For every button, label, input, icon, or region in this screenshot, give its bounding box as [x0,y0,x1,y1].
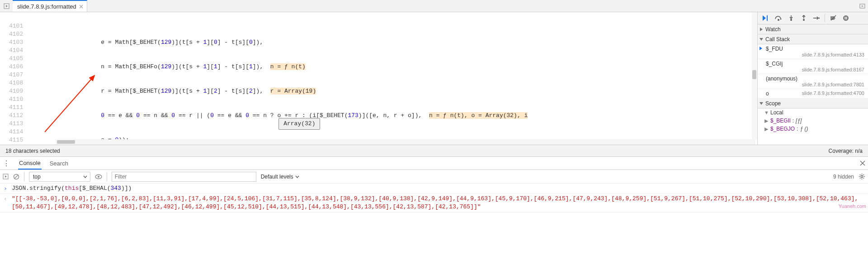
scope-header[interactable]: Scope [758,99,868,108]
callstack-body: $_FDU slide.7.8.9.js:formatted:4133 $_CG… [758,44,868,99]
inline-hint: n = ƒ n(t) [270,63,306,70]
step-into-icon[interactable] [786,13,797,24]
svg-point-12 [843,15,849,21]
deactivate-breakpoints-icon[interactable] [828,13,839,24]
code-editor[interactable]: 4101 4102 4103 4104 4105 4106 4107 4108 … [0,12,757,145]
step-over-icon[interactable] [773,13,784,24]
watch-title: Watch [765,26,781,33]
console-input-row[interactable]: › JSON.stringify(this[$_BEHAL(343)]) [0,184,868,194]
callstack-title: Call Stack [765,36,790,42]
show-navigator-icon[interactable] [0,3,13,9]
step-out-icon[interactable] [798,13,809,24]
levels-selector[interactable]: Default levels [261,174,299,180]
resume-icon[interactable] [760,13,771,24]
output-prompt-icon: ‹ [4,195,12,211]
svg-rect-3 [767,15,768,21]
console-body: › JSON.stringify(this[$_BEHAL(343)]) ‹ "… [0,184,868,212]
scrollbar-vertical[interactable] [752,12,757,139]
scrollbar-horizontal[interactable] [56,139,755,145]
file-tab[interactable]: slide.7.8.9.js:formatted [13,0,87,12]
svg-point-10 [819,18,820,19]
pause-exceptions-icon[interactable] [840,13,851,24]
scope-title: Scope [765,100,781,107]
tab-console[interactable]: Console [18,157,42,170]
play-icon [4,3,9,9]
svg-point-19 [98,176,99,178]
more-tabs-icon[interactable] [857,4,868,9]
callstack-item[interactable]: $_FDU slide.7.8.9.js:formatted:4133 [758,44,868,59]
watch-header[interactable]: Watch [758,24,868,34]
callstack-item[interactable]: (anonymous) slide.7.8.9.js:formatted:780… [758,74,868,89]
debugger-toolbar [758,12,868,24]
console-header: ⋮ Console Search [0,156,868,170]
svg-rect-14 [846,17,847,19]
console-toolbar: top Default levels 9 hidden [0,170,868,184]
tab-bar: slide.7.8.9.js:formatted [0,0,868,12]
inline-hint: r = Array(19) [270,88,316,94]
kebab-icon[interactable]: ⋮ [3,159,10,168]
selection-status: 18 characters selected [5,148,60,154]
hover-tooltip: Array(32) [278,118,320,130]
scope-var-row[interactable]: ▶ $_BEGIl: [ƒ] [758,117,868,125]
svg-point-7 [803,19,805,21]
settings-icon[interactable] [859,173,865,180]
svg-line-27 [863,174,864,175]
step-icon[interactable] [811,13,822,24]
close-icon[interactable] [79,5,83,9]
inline-hint: n = ƒ n(t), o = Array(32), i [429,112,528,119]
svg-point-20 [861,175,863,177]
svg-point-4 [778,19,779,21]
close-drawer-icon[interactable] [860,160,865,166]
tab-search[interactable]: Search [50,160,68,167]
callstack-item[interactable]: o slide.7.8.9.js:formatted:4700 [758,89,868,99]
line-gutter: 4101 4102 4103 4104 4105 4106 4107 4108 … [0,12,28,145]
debugger-sidepanel: Watch Call Stack $_FDU slide.7.8.9.js:fo… [757,12,868,145]
scope-local-header[interactable]: ▼Local [758,108,868,117]
input-prompt-icon: › [4,184,12,193]
tab-label: slide.7.8.9.js:formatted [17,3,76,10]
callstack-header[interactable]: Call Stack [758,34,868,44]
callstack-item[interactable]: $_CGIj slide.7.8.9.js:formatted:8167 [758,59,868,74]
coverage-status: Coverage: n/a [829,148,863,154]
console-output-row[interactable]: ‹ "[[-38,-53,0],[0,0,0],[2,1,76],[6,2,83… [0,194,868,212]
live-expression-icon[interactable] [95,174,102,179]
context-selector[interactable]: top [29,172,90,182]
filter-input[interactable] [112,172,256,182]
hidden-count[interactable]: 9 hidden [833,174,854,180]
svg-line-25 [860,174,861,175]
svg-line-28 [860,178,861,179]
clear-console-icon[interactable] [13,174,19,180]
svg-line-26 [863,178,864,179]
svg-line-17 [14,175,18,179]
toggle-sidebar-icon[interactable] [3,174,9,179]
svg-rect-13 [845,17,846,19]
svg-point-5 [790,19,792,21]
status-bar: 18 characters selected Coverage: n/a [0,145,868,156]
scope-var-row[interactable]: ▶ $_BEGJO: ƒ () [758,125,868,133]
